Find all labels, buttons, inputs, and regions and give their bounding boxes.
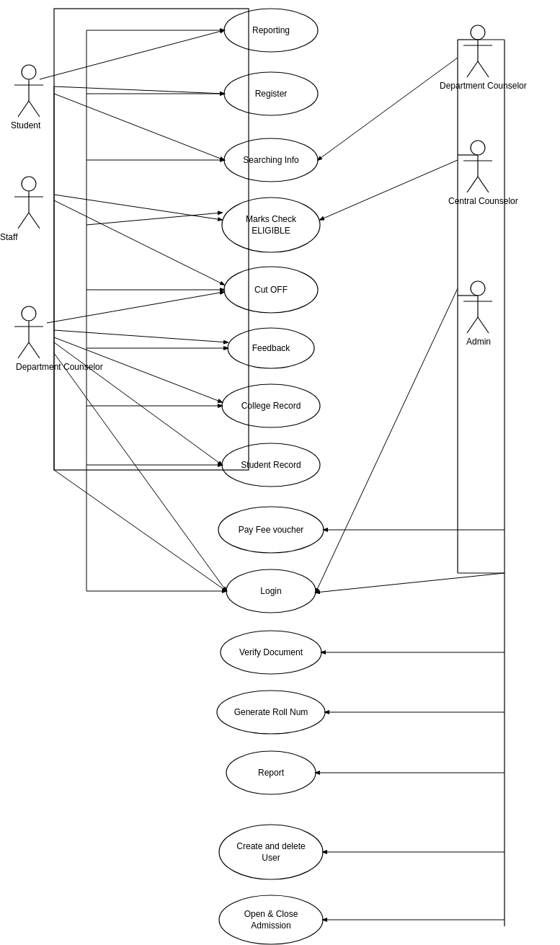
student-record-label: Student Record <box>241 460 301 470</box>
staff-feedback-line <box>54 330 228 342</box>
svg-line-7 <box>29 213 40 229</box>
centralcounselor-markscheck-line <box>320 160 458 220</box>
report-label: Report <box>258 768 285 778</box>
svg-line-2 <box>18 101 29 117</box>
staff-actor-head <box>22 306 36 321</box>
svg-line-11 <box>29 342 40 358</box>
searching-info-label: Searching Info <box>243 155 299 165</box>
open-close-usecase <box>219 895 323 944</box>
login-label: Login <box>260 586 281 596</box>
open-close-label2: Admission <box>251 920 290 931</box>
svg-line-10 <box>18 342 29 358</box>
student-register-line <box>54 86 224 94</box>
counselling-system-label: Staff <box>0 232 18 242</box>
svg-line-23 <box>478 317 489 333</box>
create-delete-label1: Create and delete <box>236 841 306 851</box>
diagram-container: Student Staff Department Counselor Depar… <box>0 0 560 945</box>
student-actor-head <box>22 65 36 79</box>
deptcounselor-searching-line <box>318 58 458 160</box>
dept-counselor-actor-head <box>471 25 485 40</box>
staff-login-line <box>54 353 226 591</box>
create-delete-label2: User <box>262 853 280 863</box>
pay-fee-voucher-label: Pay Fee voucher <box>239 525 304 535</box>
register-label: Register <box>255 89 288 99</box>
svg-line-3 <box>29 101 40 117</box>
generate-roll-label: Generate Roll Num <box>234 707 308 717</box>
svg-line-15 <box>478 61 489 77</box>
student-label: Student <box>11 120 41 130</box>
box-markscheck <box>86 213 222 225</box>
open-close-label1: Open & Close <box>244 909 298 919</box>
reporting-label: Reporting <box>252 25 290 35</box>
student-reporting-line <box>40 30 224 79</box>
admin-actor-head <box>471 281 485 296</box>
counselling-system-actor-head <box>22 177 36 191</box>
marks-check-usecase <box>222 198 320 252</box>
svg-line-19 <box>478 177 489 192</box>
central-counselor-actor-head <box>471 141 485 155</box>
verify-doc-label: Verify Document <box>239 647 303 657</box>
svg-line-22 <box>467 317 478 333</box>
admin-label: Admin <box>466 337 491 347</box>
use-case-diagram: Student Staff Department Counselor Depar… <box>0 0 560 945</box>
system-boundary <box>54 9 249 470</box>
student-searching-line <box>54 94 224 160</box>
cs-markscheck-line <box>54 195 222 220</box>
svg-line-6 <box>18 213 29 229</box>
central-counselor-label: Central Counselor <box>448 196 518 206</box>
create-delete-user-usecase <box>219 825 323 879</box>
marks-check-label1: Marks Check <box>246 214 297 224</box>
college-record-label: College Record <box>241 401 301 411</box>
marks-check-label2: ELIGIBLE <box>252 226 290 236</box>
staff-label: Department Counselor <box>16 362 103 372</box>
feedback-label: Feedback <box>252 343 291 353</box>
staff-cutoff-line <box>47 292 224 323</box>
admin-login-line <box>316 573 505 593</box>
cs-cutoff-line <box>54 200 224 285</box>
svg-line-14 <box>467 61 478 77</box>
cs-login-line <box>54 470 226 591</box>
centralcounselor-login-line <box>316 288 458 593</box>
cutoff-label: Cut OFF <box>254 285 288 295</box>
staff-studentrecord-line <box>54 342 222 465</box>
svg-line-18 <box>467 177 478 192</box>
dept-counselor-label: Department Counselor <box>440 81 527 91</box>
